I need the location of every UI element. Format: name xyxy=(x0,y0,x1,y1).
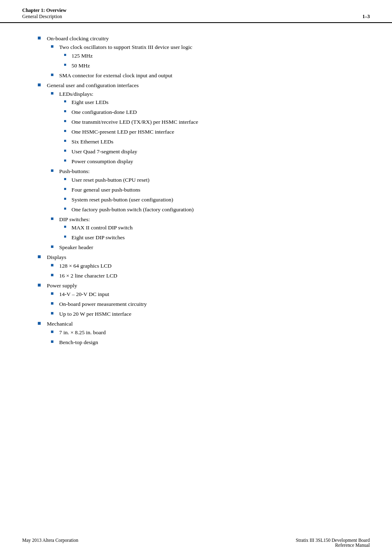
list-item: Bench-top design xyxy=(59,338,370,347)
sub-sub-list: Eight user LEDs One configuration-done L… xyxy=(59,98,370,166)
list-item: Four general user push-buttons xyxy=(71,186,370,194)
sub-list: Two clock oscillators to support Stratix… xyxy=(47,43,370,80)
list-item: One HSMC-present LED per HSMC interface xyxy=(71,128,370,136)
list-item: 50 MHz xyxy=(71,62,370,70)
sub-sub-list: MAX II control DIP switch Eight user DIP… xyxy=(59,224,370,242)
list-item: DIP switches: MAX II control DIP switch … xyxy=(59,215,370,243)
list-item: MAX II control DIP switch xyxy=(71,224,370,232)
list-item: Power consumption display xyxy=(71,157,370,166)
footer-right: Stratix III 3SL150 Development Board Ref… xyxy=(296,538,370,548)
header-left: Chapter 1: Overview General Description xyxy=(22,7,67,20)
list-item: Push-buttons: User reset push-button (CP… xyxy=(59,167,370,214)
list-item: 125 MHz xyxy=(71,52,370,60)
chapter-title: Chapter 1: Overview xyxy=(22,7,67,14)
sub-list: 128 × 64 graphics LCD 16 × 2 line charac… xyxy=(47,262,370,280)
list-item: On-board power measurement circuitry xyxy=(59,300,370,309)
list-item: Six Ethernet LEDs xyxy=(71,138,370,146)
list-item: Two clock oscillators to support Stratix… xyxy=(59,43,370,70)
page-number: 1–3 xyxy=(362,14,370,20)
list-item: LEDs/displays: Eight user LEDs One confi… xyxy=(59,90,370,166)
list-item: 7 in. × 8.25 in. board xyxy=(59,328,370,337)
list-item: One factory push-button switch (factory … xyxy=(71,206,370,214)
page: Chapter 1: Overview General Description … xyxy=(0,0,392,555)
page-header: Chapter 1: Overview General Description … xyxy=(0,0,392,23)
footer-right-line1: Stratix III 3SL150 Development Board xyxy=(296,538,370,543)
list-item: One configuration-done LED xyxy=(71,108,370,117)
list-item: 14-V – 20-V DC input xyxy=(59,290,370,299)
list-item: Displays 128 × 64 graphics LCD 16 × 2 li… xyxy=(47,253,370,280)
list-item: 128 × 64 graphics LCD xyxy=(59,262,370,271)
list-item: Speaker header xyxy=(59,243,370,252)
list-item: On-board clocking circuitry Two clock os… xyxy=(47,35,370,80)
sub-list: 14-V – 20-V DC input On-board power meas… xyxy=(47,290,370,319)
sub-sub-list: 125 MHz 50 MHz xyxy=(59,52,370,70)
list-item: General user and configuration interface… xyxy=(47,81,370,252)
main-list: On-board clocking circuitry Two clock os… xyxy=(22,35,370,347)
sub-list: LEDs/displays: Eight user LEDs One confi… xyxy=(47,90,370,252)
list-item: Eight user LEDs xyxy=(71,98,370,107)
list-item: SMA connector for external clock input a… xyxy=(59,72,370,80)
sub-list: 7 in. × 8.25 in. board Bench-top design xyxy=(47,328,370,347)
page-footer: May 2013 Altera Corporation Stratix III … xyxy=(0,538,392,548)
list-item: Up to 20 W per HSMC interface xyxy=(59,310,370,319)
list-item: System reset push-button (user configura… xyxy=(71,196,370,204)
footer-right-line2: Reference Manual xyxy=(296,543,370,548)
list-item: User reset push-button (CPU reset) xyxy=(71,176,370,185)
footer-left: May 2013 Altera Corporation xyxy=(22,538,78,548)
section-title: General Description xyxy=(22,14,67,20)
content-area: On-board clocking circuitry Two clock os… xyxy=(0,23,392,372)
list-item: Mechanical 7 in. × 8.25 in. board Bench-… xyxy=(47,320,370,347)
list-item: 16 × 2 line character LCD xyxy=(59,272,370,280)
list-item: User Quad 7-segment display xyxy=(71,148,370,156)
sub-sub-list: User reset push-button (CPU reset) Four … xyxy=(59,176,370,214)
list-item: Power supply 14-V – 20-V DC input On-boa… xyxy=(47,282,370,319)
list-item: One transmit/receive LED (TX/RX) per HSM… xyxy=(71,118,370,127)
list-item: Eight user DIP switches xyxy=(71,234,370,242)
